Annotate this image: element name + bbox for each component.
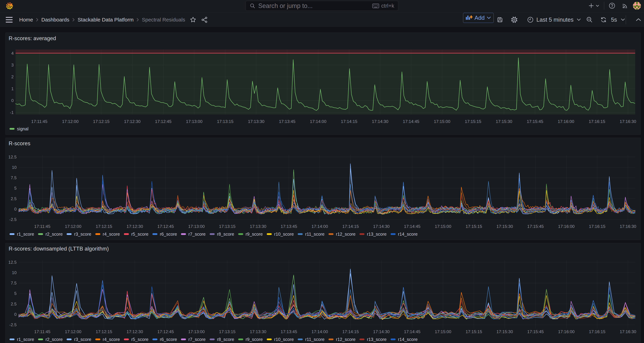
x-axis-tick-label: 17:12:15: [96, 329, 112, 334]
refresh-interval-label[interactable]: 5s: [611, 17, 617, 23]
legend-item-r9_score[interactable]: r9_score: [238, 337, 263, 342]
y-axis-tick-label: 2.5: [11, 196, 16, 201]
refresh-button[interactable]: [600, 16, 607, 24]
legend-series-color: [66, 338, 72, 340]
add-button[interactable]: Add: [463, 13, 494, 23]
legend-item-r12_score[interactable]: r12_score: [328, 232, 356, 237]
legend-item-r3_score[interactable]: r3_score: [66, 337, 91, 342]
x-axis-tick-label: 17:16:00: [558, 329, 574, 334]
x-axis-tick-label: 17:11:45: [34, 224, 50, 229]
x-axis-tick-label: 17:13:45: [281, 224, 297, 229]
series-lines: [19, 269, 635, 320]
panel-r-scores: R-scores -2.502.557.51012.517:11:4517:12…: [5, 138, 641, 240]
legend-item-r14_score[interactable]: r14_score: [390, 232, 418, 237]
legend-item-r6_score[interactable]: r6_score: [152, 232, 177, 237]
legend-item-r13_score[interactable]: r13_score: [360, 337, 386, 342]
x-axis-tick-label: 17:16:15: [589, 329, 606, 334]
legend-item-r1_score[interactable]: r1_score: [10, 337, 34, 342]
new-button[interactable]: [589, 3, 599, 9]
x-axis-tick-label: 17:14:15: [342, 224, 359, 229]
legend-item-r5_score[interactable]: r5_score: [124, 232, 148, 237]
legend-item-r10_score[interactable]: r10_score: [267, 232, 294, 237]
x-axis-tick-label: 17:12:00: [62, 119, 78, 124]
legend-series-label: r11_score: [305, 337, 324, 342]
user-avatar[interactable]: [633, 2, 641, 10]
legend-item-r4_score[interactable]: r4_score: [95, 232, 120, 237]
x-axis-tick-label: 17:16:00: [558, 119, 574, 124]
legend-series-color: [181, 233, 186, 235]
time-range-picker[interactable]: Last 5 minutes: [527, 17, 581, 23]
legend-series-color: [267, 338, 272, 340]
divider: [604, 2, 604, 10]
chart-canvas[interactable]: -2.502.557.51012.517:11:4517:12:0017:12:…: [6, 138, 641, 240]
legend-item-r5_score[interactable]: r5_score: [124, 337, 148, 342]
series-line-r2_score: [19, 170, 635, 214]
zoom-out-button[interactable]: [586, 17, 593, 23]
legend-item-r7_score[interactable]: r7_score: [181, 232, 206, 237]
y-axis-tick-label: -2.5: [9, 217, 16, 222]
legend-item-r11_score[interactable]: r11_score: [298, 337, 324, 342]
x-axis-tick-label: 17:14:30: [372, 119, 388, 124]
legend-item-r4_score[interactable]: r4_score: [95, 337, 120, 342]
x-axis-tick-label: 17:12:00: [65, 329, 81, 334]
legend-series-label: r14_score: [398, 337, 418, 342]
x-axis-tick-label: 17:13:00: [188, 329, 205, 334]
grafana-dashboard: {"header":{"search_placeholder":"Search …: [0, 0, 644, 343]
legend-series-label: signal: [17, 126, 28, 131]
legend-series-color: [10, 338, 14, 340]
news-button[interactable]: [622, 3, 628, 9]
avatar-icon: [633, 2, 641, 10]
legend-series-label: r7_score: [188, 232, 206, 237]
legend-item-r12_score[interactable]: r12_score: [328, 337, 356, 342]
dashboard-settings-button[interactable]: [511, 17, 518, 23]
series-line-r6_score: [19, 280, 635, 319]
legend-series-label: r3_score: [74, 232, 91, 237]
grid-lines: [19, 260, 635, 328]
chart-canvas[interactable]: -2.502.557.51012.517:11:4517:12:0017:12:…: [6, 243, 641, 343]
series-line-r3_score: [19, 273, 635, 319]
legend-item-r13_score[interactable]: r13_score: [360, 232, 386, 237]
help-button[interactable]: [609, 3, 615, 9]
kiosk-mode-button[interactable]: [636, 18, 642, 22]
legend-item-r8_score[interactable]: r8_score: [210, 232, 234, 237]
legend-item-r7_score[interactable]: r7_score: [181, 337, 206, 342]
legend-item-r2_score[interactable]: r2_score: [38, 232, 62, 237]
x-axis-tick-label: 17:13:30: [248, 119, 264, 124]
chevron-down-icon: [621, 18, 625, 22]
legend-series-label: r12_score: [336, 337, 356, 342]
x-axis-tick-label: 17:12:45: [158, 329, 174, 334]
x-axis-tick-label: 17:12:30: [126, 224, 143, 229]
legend-item-r9_score[interactable]: r9_score: [238, 232, 263, 237]
legend-item-r1_score[interactable]: r1_score: [10, 232, 34, 237]
axis-labels: -2.502.557.51012.517:11:4517:12:0017:12:…: [8, 260, 636, 334]
legend-item-r10_score[interactable]: r10_score: [267, 337, 294, 342]
y-axis-tick-label: -1: [10, 110, 14, 115]
legend-series-label: r5_score: [131, 337, 148, 342]
x-axis-tick-label: 17:12:15: [93, 119, 110, 124]
save-dashboard-button[interactable]: [497, 17, 503, 23]
x-axis-tick-label: 17:12:00: [65, 224, 81, 229]
legend-series-label: r11_score: [305, 232, 324, 237]
y-axis-tick-label: 7.5: [11, 281, 16, 285]
legend-series-label: r1_score: [17, 337, 34, 342]
legend-series-color: [66, 233, 72, 235]
threshold-region-below: [16, 53, 635, 114]
legend-item-r14_score[interactable]: r14_score: [390, 337, 418, 342]
legend-series-color: [124, 233, 129, 235]
y-axis-tick-label: 2: [11, 75, 14, 79]
x-axis-tick-label: 17:15:30: [496, 224, 513, 229]
legend-item-r3_score[interactable]: r3_score: [66, 232, 91, 237]
legend-item-r11_score[interactable]: r11_score: [298, 232, 324, 237]
legend-series-color: [360, 233, 364, 235]
legend-item-r6_score[interactable]: r6_score: [152, 337, 177, 342]
legend-series-color: [38, 338, 43, 340]
x-axis-tick-label: 17:13:15: [217, 119, 233, 124]
y-axis-tick-label: 7.5: [11, 175, 16, 180]
x-axis-tick-label: 17:15:45: [527, 119, 543, 124]
legend-item-signal[interactable]: signal: [10, 126, 28, 131]
chart-canvas[interactable]: -10123417:11:4517:12:0017:12:1517:12:301…: [6, 33, 641, 135]
x-axis-tick-label: 17:13:45: [279, 119, 295, 124]
legend-item-r8_score[interactable]: r8_score: [210, 337, 234, 342]
legend-item-r2_score[interactable]: r2_score: [38, 337, 62, 342]
x-axis-tick-label: 17:14:15: [342, 329, 359, 334]
